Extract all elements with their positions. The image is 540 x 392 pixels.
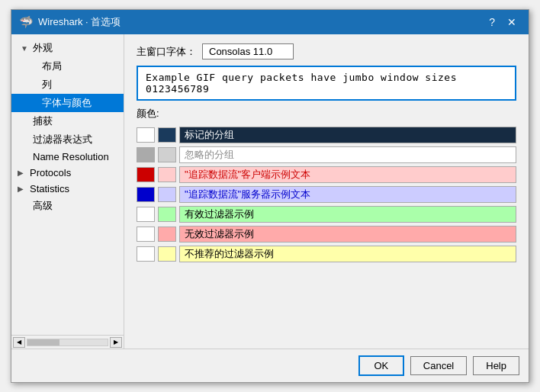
help-button[interactable]: Help [473, 356, 519, 375]
sidebar-label-appearance: 外观 [33, 41, 53, 55]
title-bar: 🦈 Wireshark · 首选项 ? ✕ [11, 10, 529, 34]
dialog-footer: OK Cancel Help [11, 349, 529, 382]
fg-swatch-valid[interactable] [137, 207, 155, 222]
sidebar-item-capture[interactable]: 捕获 [11, 112, 124, 130]
color-item-valid-filter: 有效过滤器示例 [137, 206, 516, 223]
hscroll-thumb [27, 339, 59, 345]
close-title-button[interactable]: ✕ [503, 14, 521, 30]
fg-swatch-deprecated[interactable] [137, 246, 155, 262]
sidebar-item-filter-expr[interactable]: 过滤器表达式 [11, 130, 124, 149]
bg-swatch-server[interactable] [158, 187, 176, 202]
bg-swatch-marked[interactable] [158, 127, 176, 143]
sidebar-item-name-resolution[interactable]: Name Resolution [11, 149, 124, 165]
color-text-deprecated[interactable]: 不推荐的过滤器示例 [179, 246, 516, 262]
fg-swatch-server[interactable] [137, 187, 155, 202]
hscroll-left-btn[interactable]: ◀ [13, 337, 25, 348]
protocols-arrow: ▶ [18, 169, 27, 177]
sidebar-items-area: ▼ 外观 布局 列 字体与颜色 捕获 [11, 34, 124, 335]
color-item-deprecated-filter: 不推荐的过滤器示例 [137, 246, 516, 262]
color-item-server-trace: "追踪数据流"服务器示例文本 [137, 186, 516, 203]
sidebar-item-columns[interactable]: 列 [11, 76, 124, 94]
sidebar: ▼ 外观 布局 列 字体与颜色 捕获 [11, 34, 124, 349]
sidebar-item-layout[interactable]: 布局 [11, 57, 124, 76]
bg-swatch-client[interactable] [158, 167, 176, 182]
color-section-label: 颜色: [137, 107, 516, 120]
hscroll-right-btn[interactable]: ▶ [110, 337, 122, 348]
sidebar-item-statistics[interactable]: ▶ Statistics [11, 181, 124, 197]
main-content: 主窗口字体： Consolas 11.0 Example GIF query p… [124, 34, 529, 349]
bg-swatch-valid[interactable] [158, 207, 176, 222]
ok-button[interactable]: OK [358, 355, 404, 376]
sidebar-item-font-color[interactable]: 字体与颜色 [11, 94, 124, 112]
sidebar-item-advanced[interactable]: 高级 [11, 197, 124, 215]
preferences-dialog: 🦈 Wireshark · 首选项 ? ✕ ▼ 外观 布局 [11, 9, 529, 383]
fg-swatch-ignored[interactable] [137, 147, 155, 162]
dialog-title: Wireshark · 首选项 [38, 15, 121, 29]
sidebar-label-capture: 捕获 [33, 114, 53, 128]
color-text-invalid[interactable]: 无效过滤器示例 [179, 226, 516, 243]
color-text-client[interactable]: "追踪数据流"客户端示例文本 [179, 166, 516, 183]
sidebar-label-protocols: Protocols [30, 167, 71, 178]
fg-swatch-invalid[interactable] [137, 227, 155, 242]
sidebar-item-protocols[interactable]: ▶ Protocols [11, 165, 124, 181]
color-item-client-trace: "追踪数据流"客户端示例文本 [137, 166, 516, 183]
cancel-button[interactable]: Cancel [410, 356, 467, 375]
color-text-valid[interactable]: 有效过滤器示例 [179, 206, 516, 223]
color-item-ignored: 忽略的分组 [137, 146, 516, 163]
bg-swatch-ignored[interactable] [158, 147, 176, 162]
sidebar-item-appearance[interactable]: ▼ 外观 [11, 39, 124, 57]
color-text-ignored[interactable]: 忽略的分组 [179, 146, 516, 163]
fg-swatch-client[interactable] [137, 167, 155, 182]
dialog-body: ▼ 外观 布局 列 字体与颜色 捕获 [11, 34, 529, 349]
font-preview: Example GIF query packets have jumbo win… [137, 66, 516, 101]
bg-swatch-deprecated[interactable] [158, 246, 176, 262]
help-title-button[interactable]: ? [484, 14, 500, 30]
sidebar-label-columns: 列 [42, 78, 52, 92]
color-list: 标记的分组 忽略的分组 "追踪数据流"客户端示例文本 [137, 127, 516, 339]
sidebar-label-advanced: 高级 [33, 199, 53, 213]
sidebar-label-statistics: Statistics [30, 183, 69, 194]
sidebar-label-filter-expr: 过滤器表达式 [33, 133, 92, 146]
sidebar-label-layout: 布局 [42, 59, 62, 73]
fg-swatch-marked[interactable] [137, 127, 155, 143]
app-icon: 🦈 [19, 15, 34, 29]
color-item-marked: 标记的分组 [137, 127, 516, 143]
font-label: 主窗口字体： [137, 45, 196, 59]
sidebar-label-name-resolution: Name Resolution [33, 151, 109, 162]
color-text-marked[interactable]: 标记的分组 [179, 127, 516, 143]
sidebar-hscroll: ◀ ▶ [11, 335, 124, 349]
color-text-server[interactable]: "追踪数据流"服务器示例文本 [179, 186, 516, 203]
hscroll-track [27, 339, 108, 346]
sidebar-label-font-color: 字体与颜色 [42, 96, 92, 110]
color-item-invalid-filter: 无效过滤器示例 [137, 226, 516, 243]
title-bar-left: 🦈 Wireshark · 首选项 [19, 15, 121, 29]
bg-swatch-invalid[interactable] [158, 227, 176, 242]
title-bar-controls: ? ✕ [484, 14, 521, 30]
appearance-arrow: ▼ [21, 44, 30, 53]
font-value-box[interactable]: Consolas 11.0 [202, 43, 294, 59]
font-row: 主窗口字体： Consolas 11.0 [137, 43, 516, 59]
statistics-arrow: ▶ [18, 185, 27, 193]
